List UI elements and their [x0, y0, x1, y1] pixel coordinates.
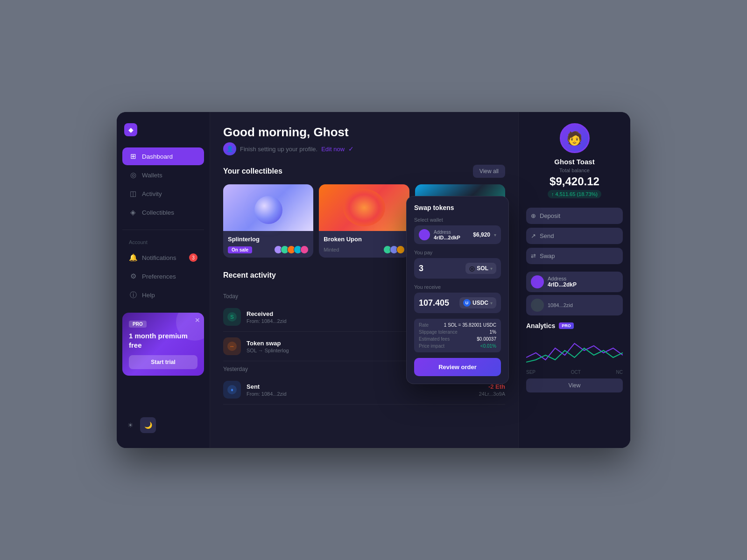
- usdc-icon: U: [463, 299, 471, 307]
- wallet-select-dropdown[interactable]: Address 4rID...2dkP $6,920 ▾: [414, 225, 501, 244]
- sol-icon: ◎: [469, 265, 475, 272]
- analytics-section: Analytics PRO SEP OCT NC View: [526, 322, 623, 392]
- analytics-pro-badge: PRO: [559, 322, 574, 329]
- chart-label-oct: OCT: [571, 370, 581, 375]
- sidebar-item-help[interactable]: ⓘ Help: [122, 286, 204, 304]
- chart-label-nc: NC: [616, 370, 623, 375]
- pro-title: 1 month premium free: [129, 331, 197, 350]
- sidebar-item-collectibles[interactable]: ◈ Collectibles: [122, 203, 204, 221]
- account-nav: Account 🔔 Notifications 3 ⚙ Preferences …: [117, 238, 210, 305]
- on-sale-badge: On sale: [228, 246, 252, 253]
- collectibles-view-all-button[interactable]: View all: [473, 165, 505, 178]
- wallet-item-primary[interactable]: Address 4rID...2dkP: [526, 272, 623, 292]
- dark-theme-button[interactable]: 🌙: [140, 417, 156, 433]
- collectible-info-0: Splinterlog On sale: [223, 231, 313, 258]
- receive-token-select[interactable]: U USDC ▾: [459, 297, 496, 308]
- received-icon: S: [223, 308, 241, 326]
- svg-text:S: S: [230, 314, 233, 320]
- user-avatar-small: 👤: [223, 142, 236, 155]
- wallet-dot-secondary: [531, 299, 544, 312]
- pro-badge: PRO: [129, 321, 147, 328]
- send-button[interactable]: ↗ Send: [526, 228, 623, 244]
- activity-info-sent: Sent From: 1084...2zid: [247, 383, 473, 397]
- greeting-text: Good morning, Ghost: [223, 125, 505, 140]
- sidebar-item-notifications[interactable]: 🔔 Notifications 3: [122, 249, 204, 266]
- chart-labels: SEP OCT NC: [526, 370, 623, 375]
- swap-panel-title: Swap tokens: [414, 204, 501, 211]
- collectible-info-1: Broken Upon Minted: [319, 231, 409, 258]
- start-trial-button[interactable]: Start trial: [129, 355, 197, 369]
- check-icon: ✓: [348, 145, 354, 153]
- pay-input-row: ◎ SOL ▾: [414, 258, 501, 279]
- profile-name: Ghost Toast: [554, 158, 594, 166]
- wallet-select-label: Address: [434, 230, 469, 235]
- slippage-row: Slippage tolerance 1%: [419, 329, 496, 335]
- sidebar-item-dashboard[interactable]: ⊞ Dashboard: [122, 147, 204, 165]
- nav-divider: [122, 230, 204, 230]
- owner-dot: [396, 245, 405, 254]
- balance-change: ↑ 4,511.65 (18.73%): [548, 190, 601, 198]
- wallet-address-label: Address: [548, 276, 618, 281]
- review-order-button[interactable]: Review order: [414, 358, 501, 376]
- swap-panel: Swap tokens Select wallet Address 4rID..…: [406, 196, 509, 384]
- chart-label-sep: SEP: [526, 370, 536, 375]
- logo: ◆: [117, 123, 210, 147]
- rate-label: Rate: [419, 322, 429, 328]
- deposit-button[interactable]: ⊕ Deposit: [526, 208, 623, 224]
- fees-value: $0.00037: [477, 336, 496, 342]
- fees-label: Estimated fees: [419, 336, 450, 342]
- pay-amount-input[interactable]: [419, 264, 465, 273]
- receive-token-chevron: ▾: [490, 301, 493, 306]
- collectibles-title: Your collectibles: [223, 167, 282, 175]
- app-container: ◆ ⊞ Dashboard ◎ Wallets ◫ Activity ◈ Col…: [117, 112, 630, 448]
- pay-token-select[interactable]: ◎ SOL ▾: [465, 263, 496, 274]
- sidebar-item-activity[interactable]: ◫ Activity: [122, 185, 204, 203]
- wallet-address: 4rID...2dkP: [548, 281, 618, 288]
- collectible-footer-1: Minted: [324, 245, 404, 254]
- you-receive-label: You receive: [414, 284, 501, 290]
- account-label: Account: [122, 239, 204, 245]
- logo-mark: ◆: [124, 123, 137, 136]
- collectible-image-1: [319, 184, 409, 231]
- dashboard-icon: ⊞: [129, 152, 137, 161]
- light-theme-button[interactable]: ☀: [122, 417, 138, 433]
- rate-row: Rate 1 SOL = 35.82001 USDC: [419, 322, 496, 328]
- pay-token-chevron: ▾: [490, 266, 493, 271]
- theme-toggle: ☀ 🌙: [117, 413, 210, 437]
- sidebar-item-preferences[interactable]: ⚙ Preferences: [122, 267, 204, 285]
- slippage-value: 1%: [490, 329, 496, 335]
- right-panel: 🧑 Ghost Toast Total balance $9,420.12 ↑ …: [518, 112, 630, 448]
- swap-button[interactable]: ⇄ Swap: [526, 248, 623, 264]
- collectible-name-0: Splinterlog: [228, 236, 309, 243]
- wallet-select-icon: [419, 229, 430, 240]
- edit-now-link[interactable]: Edit now: [321, 146, 345, 153]
- wallet-dot-primary: [531, 275, 544, 288]
- profile-setup: 👤 Finish setting up your profile. Edit n…: [223, 142, 505, 155]
- pro-close-icon[interactable]: ✕: [195, 316, 200, 324]
- collectible-card-0[interactable]: Splinterlog On sale: [223, 184, 313, 258]
- user-avatar: 🧑: [560, 123, 590, 153]
- wallet-item-secondary[interactable]: 1084...2zid: [526, 295, 623, 315]
- collectibles-header: Your collectibles View all: [223, 165, 505, 178]
- swap-icon: ↔: [223, 337, 241, 355]
- activity-amount-sent: -2 Eth 24Lr...3o9A: [479, 383, 505, 397]
- collectible-name-1: Broken Upon: [324, 236, 404, 243]
- analytics-view-button[interactable]: View: [526, 378, 623, 392]
- main-nav: ⊞ Dashboard ◎ Wallets ◫ Activity ◈ Colle…: [117, 147, 210, 222]
- slippage-label: Slippage tolerance: [419, 329, 458, 335]
- receive-token-name: USDC: [472, 300, 488, 306]
- wallet-select-addr: 4rID...2dkP: [434, 235, 469, 240]
- svg-text:↔: ↔: [230, 343, 235, 349]
- collectible-card-1[interactable]: Broken Upon Minted: [319, 184, 409, 258]
- pro-upgrade-card: ✕ PRO 1 month premium free Start trial: [122, 313, 204, 376]
- collectibles-icon: ◈: [129, 208, 137, 217]
- receive-value: 107.405: [419, 298, 459, 308]
- wallet-info-secondary: 1084...2zid: [548, 302, 618, 308]
- sidebar-item-wallets[interactable]: ◎ Wallets: [122, 166, 204, 184]
- wallet-info-primary: Address 4rID...2dkP: [548, 276, 618, 288]
- swap-icon: ⇄: [531, 252, 536, 259]
- help-icon: ⓘ: [129, 291, 137, 300]
- fees-row: Estimated fees $0.00037: [419, 336, 496, 342]
- sidebar: ◆ ⊞ Dashboard ◎ Wallets ◫ Activity ◈ Col…: [117, 112, 210, 448]
- amount-sub-sent: 24Lr...3o9A: [479, 391, 505, 397]
